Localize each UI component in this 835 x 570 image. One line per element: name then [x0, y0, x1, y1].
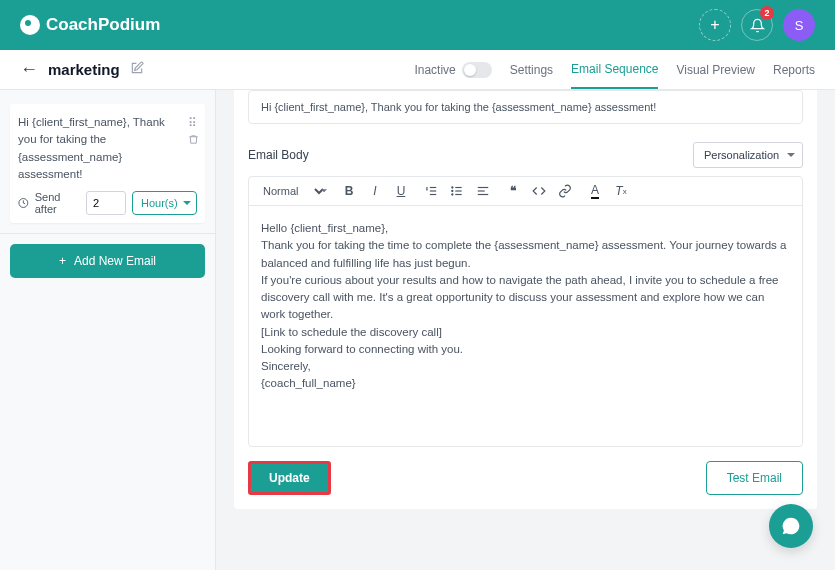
update-button[interactable]: Update [248, 461, 331, 495]
body-line: Hello {client_first_name}, [261, 220, 790, 237]
svg-point-9 [452, 194, 453, 195]
quote-button[interactable]: ❝ [505, 183, 521, 199]
notifications-button[interactable]: 2 [741, 9, 773, 41]
edit-icon[interactable] [130, 61, 144, 79]
help-fab[interactable] [769, 504, 813, 548]
send-after-unit-select[interactable]: Hour(s) [132, 191, 197, 215]
email-body-textarea[interactable]: Hello {client_first_name}, Thank you for… [249, 206, 802, 446]
clear-format-button[interactable]: Tx [613, 183, 629, 199]
body-line: Sincerely, [261, 358, 790, 375]
delete-icon[interactable] [188, 134, 199, 148]
page-header: ← marketing Inactive Settings Email Sequ… [0, 50, 835, 90]
format-style-select[interactable]: Normal [259, 184, 327, 198]
divider [0, 233, 215, 234]
ordered-list-button[interactable] [423, 183, 439, 199]
page-title: marketing [48, 61, 120, 78]
add-new-email-button[interactable]: + Add New Email [10, 244, 205, 278]
active-toggle[interactable] [462, 62, 492, 78]
logo-icon [20, 15, 40, 35]
personalization-select[interactable]: Personalization [693, 142, 803, 168]
send-after-label: Send after [35, 191, 80, 215]
body-line: {coach_full_name} [261, 375, 790, 392]
tab-settings[interactable]: Settings [510, 52, 553, 88]
email-card[interactable]: Hi {client_first_name}, Thank you for ta… [10, 104, 205, 223]
topbar: CoachPodium + 2 S [0, 0, 835, 50]
editor-toolbar: Normal B I U ❝ [249, 177, 802, 206]
bell-icon [750, 18, 765, 33]
brand-logo[interactable]: CoachPodium [20, 15, 160, 35]
add-button[interactable]: + [699, 9, 731, 41]
sidebar: Hi {client_first_name}, Thank you for ta… [0, 90, 216, 570]
drag-handle-icon[interactable]: ⠿ [188, 116, 199, 130]
underline-button[interactable]: U [393, 183, 409, 199]
body-line: Looking forward to connecting with you. [261, 341, 790, 358]
add-button-label: Add New Email [74, 254, 156, 268]
email-body-label: Email Body [248, 148, 309, 162]
email-card-title: Hi {client_first_name}, Thank you for ta… [18, 114, 197, 183]
brand-name: CoachPodium [46, 15, 160, 35]
svg-point-8 [452, 190, 453, 191]
code-button[interactable] [531, 183, 547, 199]
tab-visual-preview[interactable]: Visual Preview [676, 52, 754, 88]
rich-text-editor: Normal B I U ❝ [248, 176, 803, 447]
text-color-button[interactable]: A [587, 183, 603, 199]
italic-button[interactable]: I [367, 183, 383, 199]
tab-reports[interactable]: Reports [773, 52, 815, 88]
avatar[interactable]: S [783, 9, 815, 41]
test-email-button[interactable]: Test Email [706, 461, 803, 495]
chat-icon [781, 516, 801, 536]
send-after-input[interactable] [86, 191, 126, 215]
plus-icon: + [59, 254, 66, 268]
clock-icon [18, 197, 29, 209]
body-line: Thank you for taking the time to complet… [261, 237, 790, 272]
body-line: If you're curious about your results and… [261, 272, 790, 324]
tab-email-sequence[interactable]: Email Sequence [571, 51, 658, 89]
inactive-label: Inactive [414, 63, 455, 77]
align-button[interactable] [475, 183, 491, 199]
subject-preview[interactable]: Hi {client_first_name}, Thank you for ta… [248, 90, 803, 124]
notification-badge: 2 [760, 6, 774, 20]
link-button[interactable] [557, 183, 573, 199]
unordered-list-button[interactable] [449, 183, 465, 199]
bold-button[interactable]: B [341, 183, 357, 199]
svg-point-7 [452, 187, 453, 188]
back-arrow-icon[interactable]: ← [20, 59, 38, 80]
body-line: [Link to schedule the discovery call] [261, 324, 790, 341]
main-area: Hi {client_first_name}, Thank you for ta… [216, 90, 835, 570]
